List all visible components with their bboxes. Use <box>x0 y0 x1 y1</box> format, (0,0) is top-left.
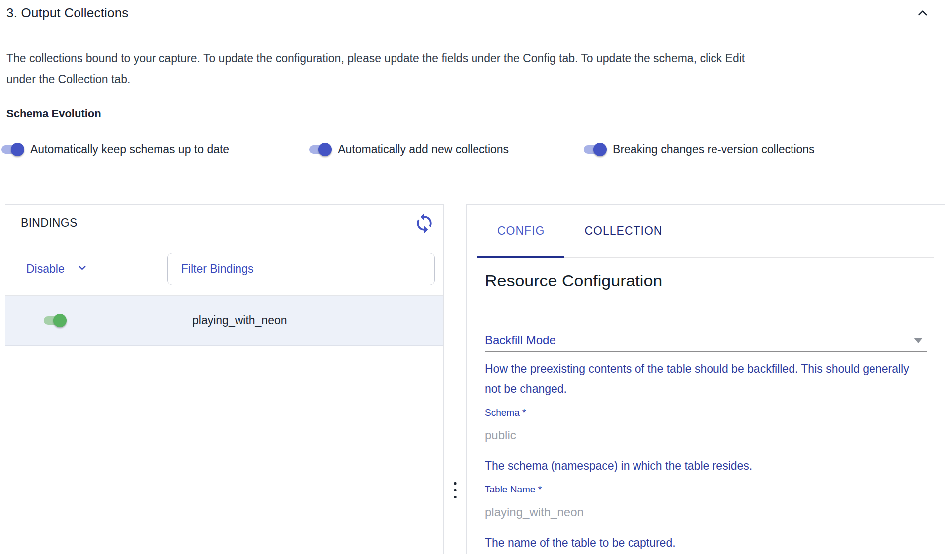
tab-collection[interactable]: COLLECTION <box>564 205 682 257</box>
backfill-helper-text: How the preexisting contents of the tabl… <box>485 359 922 399</box>
bindings-header: BINDINGS <box>5 205 443 242</box>
section-description: The collections bound to your capture. T… <box>6 48 767 90</box>
chevron-up-icon <box>915 15 930 22</box>
drag-dot <box>454 489 456 491</box>
binding-name: playing_with_neon <box>192 314 287 327</box>
keep-schemas-switch[interactable] <box>1 142 25 157</box>
refresh-bindings-button[interactable] <box>412 211 436 235</box>
binding-row[interactable]: playing_with_neon <box>5 296 443 346</box>
backfill-mode-label: Backfill Mode <box>485 333 556 347</box>
schema-evolution-toggles: Automatically keep schemas up to date Au… <box>1 142 951 157</box>
bindings-panel: BINDINGS Disable playing_with_neon <box>5 204 444 554</box>
toggle-breaking-changes: Breaking changes re-version collections <box>583 142 815 157</box>
table-name-helper-text: The name of the table to be captured. <box>485 533 927 553</box>
section-header: 3. Output Collections <box>0 0 951 21</box>
panel-gap <box>444 204 466 554</box>
drag-dot <box>454 496 456 498</box>
collapse-section-button[interactable] <box>915 6 930 21</box>
dropdown-arrow-icon <box>914 338 923 343</box>
details-tabs: CONFIG COLLECTION <box>477 205 934 258</box>
schema-field-input[interactable]: public <box>485 428 927 449</box>
backfill-mode-select[interactable]: Backfill Mode <box>485 333 927 347</box>
details-panel: CONFIG COLLECTION Resource Configuration… <box>466 204 945 554</box>
panels-container: BINDINGS Disable playing_with_neon <box>5 204 945 554</box>
section-title: 3. Output Collections <box>6 5 129 21</box>
table-name-field-label: Table Name * <box>485 484 927 495</box>
drag-dot <box>454 482 456 485</box>
toggle-label: Automatically add new collections <box>338 143 509 156</box>
chevron-down-icon <box>77 262 88 276</box>
bindings-controls: Disable <box>5 242 443 296</box>
bindings-empty-area <box>5 346 443 554</box>
panel-resize-handle[interactable] <box>452 480 458 500</box>
resource-config-heading: Resource Configuration <box>485 271 927 290</box>
bindings-title: BINDINGS <box>21 216 78 230</box>
toggle-add-collections: Automatically add new collections <box>309 142 509 157</box>
filter-bindings-input[interactable] <box>167 253 435 285</box>
tab-config[interactable]: CONFIG <box>477 205 564 257</box>
select-underline <box>485 351 927 352</box>
resource-config-section: Resource Configuration Backfill Mode How… <box>467 271 945 553</box>
schema-evolution-heading: Schema Evolution <box>6 107 945 120</box>
toggle-label: Breaking changes re-version collections <box>613 143 815 156</box>
schema-field-label: Schema * <box>485 407 927 418</box>
disable-dropdown-button[interactable]: Disable <box>26 262 88 276</box>
breaking-changes-switch[interactable] <box>583 142 607 157</box>
add-collections-switch[interactable] <box>309 142 332 157</box>
binding-enabled-switch[interactable] <box>43 313 67 328</box>
table-name-field-input[interactable]: playing_with_neon <box>485 505 927 526</box>
schema-helper-text: The schema (namespace) in which the tabl… <box>485 456 927 476</box>
toggle-label: Automatically keep schemas up to date <box>30 143 229 156</box>
refresh-icon <box>413 228 435 236</box>
disable-label: Disable <box>26 262 65 276</box>
toggle-keep-schemas: Automatically keep schemas up to date <box>1 142 229 157</box>
